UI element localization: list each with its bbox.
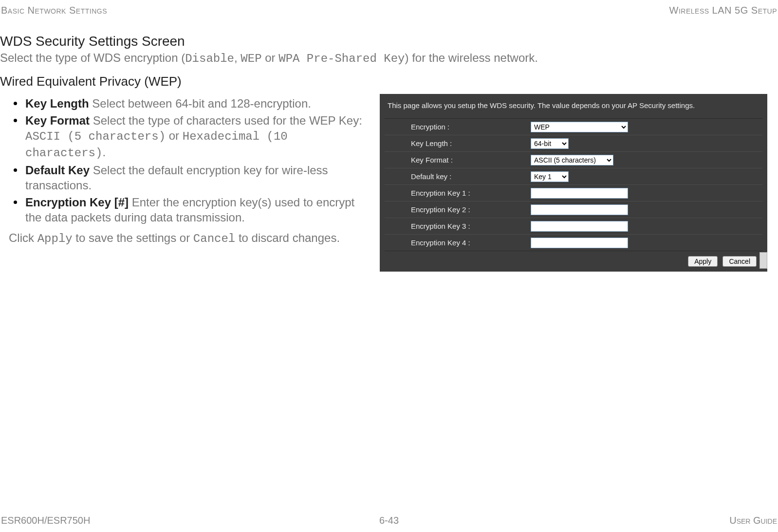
intro-sep1: ,	[234, 51, 241, 64]
term-default-key: Default Key	[25, 164, 90, 177]
note-apply: Apply	[37, 232, 73, 245]
label-encryption-key-2: Encryption Key 2 :	[385, 202, 531, 218]
select-encryption[interactable]: WEP	[531, 122, 628, 132]
desc-key-format-pre: Select the type of characters used for t…	[90, 114, 362, 127]
intro-pre: Select the type of WDS encryption (	[0, 51, 185, 64]
bullet-default-key: Default Key Select the default encryptio…	[25, 163, 370, 193]
label-encryption-key-4: Encryption Key 4 :	[385, 235, 531, 251]
note-pre: Click	[9, 231, 37, 244]
section-subtitle: Wired Equivalent Privacy (WEP)	[0, 74, 778, 89]
header-right: Wireless LAN 5G Setup	[669, 5, 777, 16]
footer-left: ESR600H/ESR750H	[1, 515, 90, 526]
desc-key-format-or: or	[166, 129, 183, 142]
term-key-length: Key Length	[25, 97, 89, 110]
label-key-length: Key Length :	[385, 135, 531, 152]
term-key-format: Key Format	[25, 114, 90, 127]
intro-opt-wep: WEP	[241, 52, 261, 65]
label-encryption-key-1: Encryption Key 1 :	[385, 185, 531, 202]
intro-text: Select the type of WDS encryption (Disab…	[0, 51, 778, 65]
bullet-key-format: Key Format Select the type of characters…	[25, 113, 370, 161]
mono-ascii: ASCII (5 characters)	[25, 130, 166, 143]
term-encryption-key: Encryption Key [#]	[25, 196, 129, 209]
note-mid: to save the settings or	[73, 231, 193, 244]
note-post: to discard changes.	[235, 231, 340, 244]
apply-button[interactable]: Apply	[688, 256, 718, 267]
row-encryption-key-3: Encryption Key 3 :	[385, 218, 762, 235]
select-key-format[interactable]: ASCII (5 characters)	[531, 155, 613, 165]
input-encryption-key-4[interactable]	[531, 238, 628, 248]
input-encryption-key-2[interactable]	[531, 204, 628, 215]
wds-security-panel: This page allows you setup the WDS secur…	[380, 94, 767, 272]
footer-right: User Guide	[729, 515, 777, 526]
label-encryption: Encryption :	[385, 119, 531, 135]
select-key-length[interactable]: 64-bit	[531, 138, 569, 149]
footer-center: 6-43	[379, 515, 399, 526]
desc-key-format-post: .	[102, 146, 106, 159]
intro-opt-wpa: WPA Pre-Shared Key	[278, 52, 405, 65]
settings-table: Encryption : WEP Key Length : 64-bit	[385, 118, 762, 251]
desc-key-length: Select between 64-bit and 128-encryption…	[89, 97, 311, 110]
cancel-button[interactable]: Cancel	[722, 256, 757, 267]
intro-post: ) for the wireless network.	[405, 51, 538, 64]
intro-opt-disable: Disable	[185, 52, 234, 65]
label-default-key: Default key :	[385, 168, 531, 185]
row-encryption: Encryption : WEP	[385, 119, 762, 135]
label-key-format: Key Format :	[385, 152, 531, 168]
input-encryption-key-3[interactable]	[531, 221, 628, 232]
select-default-key[interactable]: Key 1	[531, 171, 569, 182]
page-title: WDS Security Settings Screen	[0, 34, 778, 49]
bullet-key-length: Key Length Select between 64-bit and 128…	[25, 96, 370, 111]
panel-description: This page allows you setup the WDS secur…	[385, 99, 762, 118]
apply-cancel-note: Click Apply to save the settings or Canc…	[9, 230, 370, 246]
row-key-length: Key Length : 64-bit	[385, 135, 762, 152]
intro-mid: or	[262, 51, 279, 64]
header-left: Basic Network Settings	[1, 5, 107, 16]
row-encryption-key-2: Encryption Key 2 :	[385, 202, 762, 218]
row-encryption-key-1: Encryption Key 1 :	[385, 185, 762, 202]
scrollbar-hint[interactable]	[759, 252, 767, 269]
input-encryption-key-1[interactable]	[531, 188, 628, 199]
note-cancel: Cancel	[193, 232, 235, 245]
row-encryption-key-4: Encryption Key 4 :	[385, 235, 762, 251]
bullet-encryption-key: Encryption Key [#] Enter the encryption …	[25, 195, 370, 225]
row-key-format: Key Format : ASCII (5 characters)	[385, 152, 762, 168]
label-encryption-key-3: Encryption Key 3 :	[385, 218, 531, 235]
row-default-key: Default key : Key 1	[385, 168, 762, 185]
